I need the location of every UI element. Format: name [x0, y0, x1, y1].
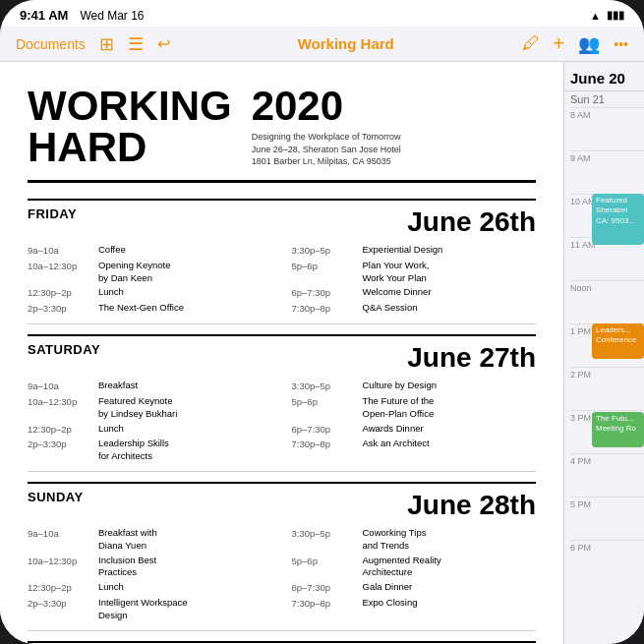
cal-time-slot: 4 PM — [570, 453, 644, 497]
schedule-event: Ask an Architect — [363, 438, 537, 451]
cal-time-slots: 8 AM9 AM10 AM11 AMNoon1 PM2 PM3 PM4 PM5 … — [564, 107, 644, 644]
cal-time-slot: 8 AM — [570, 107, 644, 150]
schedule-row-d2c0r3: 2p–3:30pIntelligent Workspace Design — [28, 597, 272, 622]
schedule-time: 3:30p–5p — [292, 380, 359, 393]
schedule-event: Plan Your Work, Work Your Plan — [363, 260, 537, 285]
schedule-row-d2c0r0: 9a–10aBreakfast with Diana Yuen — [28, 527, 272, 553]
schedule-time: 3:30p–5p — [292, 244, 359, 258]
schedule-time: 3:30p–5p — [292, 527, 359, 553]
cal-time-slot: 2 PM — [570, 367, 644, 410]
cal-time-slot: 5 PM — [570, 497, 644, 540]
doc-subtitle: Designing the Workplace of Tomorrow June… — [252, 131, 536, 168]
day-date-1: June 27th — [407, 342, 536, 374]
cal-event-1[interactable]: Leaders... Conference — [592, 323, 644, 359]
schedule-time: 5p–6p — [292, 260, 359, 285]
cal-time-label: 3 PM — [570, 413, 591, 423]
cal-header: June 20 — [564, 62, 644, 91]
schedule-time: 7:30p–8p — [292, 302, 359, 316]
doc-header: WORKINGHARD 2020 Designing the Workplace… — [28, 86, 536, 183]
undo-icon[interactable]: ↩ — [157, 34, 170, 53]
schedule-time: 9a–10a — [28, 527, 94, 553]
schedule-event: Expo Closing — [363, 597, 537, 611]
schedule-time: 6p–7:30p — [292, 286, 359, 300]
more-icon[interactable]: ••• — [614, 36, 628, 52]
list-icon[interactable]: ☰ — [128, 33, 144, 55]
day-date-0: June 26th — [407, 206, 536, 238]
schedule-event: Coworking Tips and Trends — [363, 527, 537, 553]
back-button[interactable]: Documents — [16, 36, 86, 52]
schedule-event: The Next-Gen Office — [98, 302, 272, 316]
schedule-time: 7:30p–8p — [292, 597, 359, 611]
schedule-time: 10a–12:30p — [28, 555, 94, 580]
schedule-event: Culture by Design — [363, 380, 537, 393]
day-section-2: SUNDAYJune 28th9a–10aBreakfast with Dian… — [28, 482, 536, 631]
schedule-row-d1c1r3: 7:30p–8pAsk an Architect — [292, 438, 537, 451]
cal-time-label: 5 PM — [570, 499, 591, 509]
schedule-row-d2c1r2: 6p–7:30pGala Dinner — [292, 581, 537, 595]
schedule-row-d0c0r2: 12:30p–2pLunch — [28, 286, 272, 300]
cal-time-label: 1 PM — [570, 326, 591, 336]
cal-time-label: 4 PM — [570, 456, 591, 466]
add-icon[interactable]: + — [554, 32, 565, 55]
schedule-row-d1c1r0: 3:30p–5pCulture by Design — [292, 380, 537, 393]
schedule-event: Leadership Skills for Architects — [98, 438, 272, 463]
doc-main-title: WORKINGHARD — [28, 86, 232, 168]
schedule-row-d1c0r1: 10a–12:30pFeatured Keynote by Lindsey Bu… — [28, 395, 272, 421]
schedule-event: Welcome Dinner — [363, 286, 537, 300]
status-bar: 9:41 AM Wed Mar 16 ▲ ▮▮▮ — [0, 0, 644, 27]
about-section: ABOUT US We are pleased to welcome lumin… — [28, 641, 536, 644]
cal-event-2[interactable]: The Futu... Meeting Ro — [592, 412, 644, 447]
status-right: ▲ ▮▮▮ — [590, 9, 624, 22]
schedule-row-d1c1r1: 5p–6pThe Future of the Open-Plan Office — [292, 395, 537, 421]
cal-time-slot: 9 AM — [570, 150, 644, 194]
schedule-event: Lunch — [98, 581, 272, 595]
schedule-time: 12:30p–2p — [28, 423, 94, 437]
cal-time-label: 8 AM — [570, 110, 591, 120]
calendar-sidebar: June 20 Sun 21 8 AM9 AM10 AM11 AMNoon1 P… — [563, 62, 644, 644]
schedule-row-d2c0r2: 12:30p–2pLunch — [28, 581, 272, 595]
day-name-0: FRIDAY — [28, 206, 77, 221]
schedule-row-d2c1r0: 3:30p–5pCoworking Tips and Trends — [292, 527, 537, 553]
schedule-row-d2c1r1: 5p–6pAugmented Reality Architecture — [292, 555, 537, 580]
device-frame: 9:41 AM Wed Mar 16 ▲ ▮▮▮ Documents ⊞ ☰ ↩… — [0, 0, 644, 644]
brush-icon[interactable]: 🖊 — [522, 33, 540, 54]
cal-event-0[interactable]: Featured Sheraton CA: 9503... — [592, 194, 644, 245]
schedule-event: Coffee — [98, 244, 272, 258]
day-name-1: SATURDAY — [28, 342, 100, 357]
schedule-row-d0c0r0: 9a–10aCoffee — [28, 244, 272, 258]
document-title: Working Hard — [184, 35, 508, 52]
layout-icon[interactable]: ⊞ — [99, 33, 114, 55]
schedule-time: 9a–10a — [28, 380, 94, 393]
schedule-event: Opening Keynote by Dan Keen — [98, 260, 272, 285]
cal-day-label: Sun 21 — [564, 91, 644, 107]
schedule-row-d1c0r3: 2p–3:30pLeadership Skills for Architects — [28, 438, 272, 463]
schedule-event: Lunch — [98, 286, 272, 300]
schedule-time: 2p–3:30p — [28, 438, 94, 463]
cal-time-slot: Noon — [570, 280, 644, 323]
schedule-time: 5p–6p — [292, 555, 359, 580]
schedule-row-d0c1r0: 3:30p–5pExperiential Design — [292, 244, 537, 258]
ipad-screen: 9:41 AM Wed Mar 16 ▲ ▮▮▮ Documents ⊞ ☰ ↩… — [0, 0, 644, 644]
schedule-event: Intelligent Workspace Design — [98, 597, 272, 622]
schedule-event: Gala Dinner — [363, 581, 537, 595]
cal-time-label: 6 PM — [570, 543, 591, 553]
battery-icon: ▮▮▮ — [607, 9, 624, 22]
schedule-event: Experiential Design — [363, 244, 537, 258]
schedule-row-d0c1r3: 7:30p–8pQ&A Session — [292, 302, 537, 316]
day-section-0: FRIDAYJune 26th9a–10aCoffee10a–12:30pOpe… — [28, 199, 536, 324]
schedule-time: 6p–7:30p — [292, 581, 359, 595]
cal-time-label: Noon — [570, 283, 592, 293]
schedule-row-d1c0r2: 12:30p–2pLunch — [28, 423, 272, 437]
schedule-time: 9a–10a — [28, 244, 94, 258]
status-date: Wed Mar 16 — [80, 9, 144, 23]
collab-icon[interactable]: 👥 — [578, 33, 600, 55]
schedule-time: 6p–7:30p — [292, 423, 359, 437]
status-time: 9:41 AM — [20, 8, 68, 23]
schedule-row-d0c0r1: 10a–12:30pOpening Keynote by Dan Keen — [28, 260, 272, 285]
schedule-event: Inclusion Best Practices — [98, 555, 272, 580]
document[interactable]: WORKINGHARD 2020 Designing the Workplace… — [0, 62, 563, 644]
cal-time-slot: 6 PM — [570, 540, 644, 583]
schedule-event: The Future of the Open-Plan Office — [363, 395, 537, 421]
schedule-row-d1c1r2: 6p–7:30pAwards Dinner — [292, 423, 537, 437]
schedule-row-d0c1r1: 5p–6pPlan Your Work, Work Your Plan — [292, 260, 537, 285]
